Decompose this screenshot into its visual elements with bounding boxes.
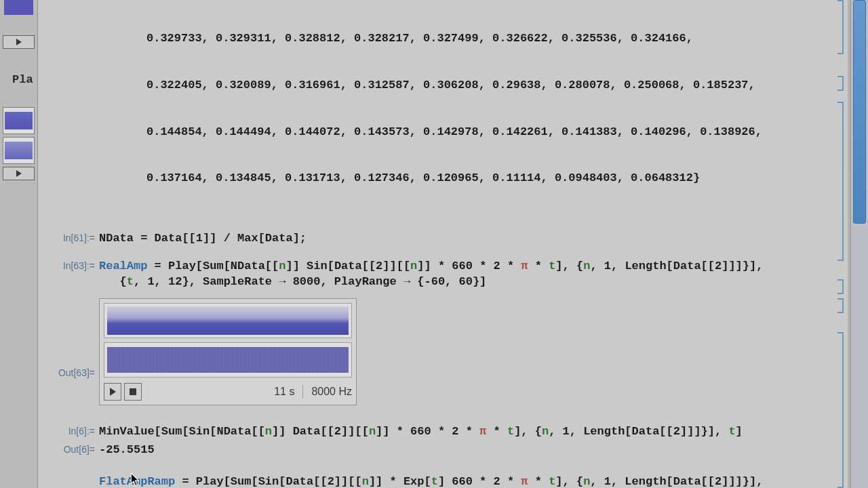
in-label: In[63]:= (38, 259, 99, 271)
code-line: FlatAmpRamp = Play[Sum[Sin[Data[[2]][[n]… (99, 474, 763, 488)
data-list: 0.329733, 0.329311, 0.328812, 0.328217, … (38, 0, 848, 218)
vertical-scrollbar[interactable] (850, 0, 868, 488)
thumbnail-play-1[interactable] (3, 35, 35, 49)
input-cell-63[interactable]: In[63]:= RealAmp = Play[Sum[NData[[n]] S… (38, 258, 848, 291)
input-cell-61[interactable]: In[61]:= NData = Data[[1]] / Max[Data]; (38, 230, 848, 248)
thumbnail-3[interactable] (3, 137, 35, 164)
output-cell-6: Out[6]= -25.5515 (38, 441, 848, 460)
cell-brackets (831, 0, 844, 488)
code-line: RealAmp = Play[Sum[NData[[n]] Sin[Data[[… (99, 259, 763, 290)
input-cell-flat[interactable]: FlatAmpRamp = Play[Sum[Sin[Data[[2]][[n]… (38, 473, 848, 488)
thumbnail-play-2[interactable] (3, 167, 35, 180)
audio-sample-rate: 8000 Hz (311, 386, 352, 398)
notebook-area: 0.329733, 0.329311, 0.328812, 0.328217, … (38, 0, 848, 488)
code-line: MinValue[Sum[Sin[NData[[n]] Data[[2]][[n… (99, 424, 743, 440)
output-cell-63: Out[63]= 11 s 8000 Hz (38, 291, 848, 407)
in-label: In[61]:= (38, 231, 99, 243)
data-line: 0.322405, 0.320089, 0.316961, 0.312587, … (146, 78, 848, 94)
data-line: 0.329733, 0.329311, 0.328812, 0.328217, … (146, 31, 848, 47)
waveform-pane[interactable] (104, 342, 352, 378)
scrollbar-thumb[interactable] (853, 0, 866, 224)
out-label: Out[63]= (38, 320, 99, 378)
out-label: Out[6]= (38, 443, 99, 455)
input-cell-6[interactable]: In[6]:= MinValue[Sum[Sin[NData[[n]] Data… (38, 423, 848, 441)
audio-duration: 11 s (274, 386, 294, 398)
audio-controls: 11 s 8000 Hz (104, 382, 352, 401)
thumbnail-1[interactable] (3, 0, 35, 15)
in-label: In[6]:= (38, 424, 99, 436)
thumbnail-2[interactable] (3, 107, 35, 134)
code-line: NData = Data[[1]] / Max[Data]; (99, 231, 307, 247)
stop-button[interactable] (124, 383, 142, 401)
spectrogram-pane[interactable] (104, 303, 352, 338)
in-label (38, 474, 99, 476)
data-line: 0.137164, 0.134845, 0.131713, 0.127346, … (146, 171, 848, 186)
play-button[interactable] (104, 383, 121, 401)
data-line: 0.144854, 0.144494, 0.144072, 0.143573, … (146, 125, 848, 140)
truncated-label: Pla (12, 73, 33, 86)
output-value: -25.5515 (99, 443, 155, 458)
audio-widget-1: 11 s 8000 Hz (99, 298, 357, 405)
